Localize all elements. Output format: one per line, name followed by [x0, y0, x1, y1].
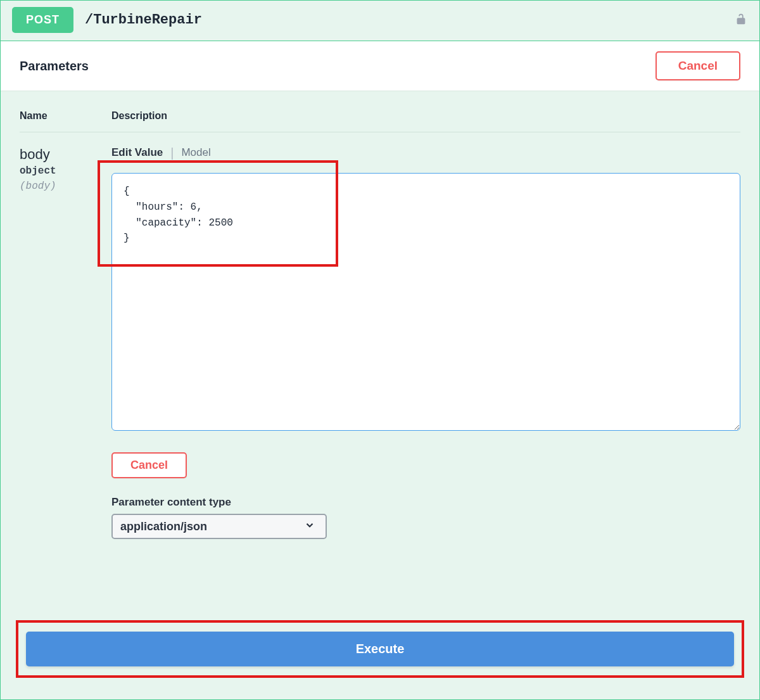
body-editor-wrapper — [111, 173, 740, 433]
col-header-description: Description — [111, 110, 167, 122]
columns-header: Name Description — [20, 110, 740, 132]
operation-header[interactable]: POST /TurbineRepair — [1, 1, 759, 41]
unlock-icon[interactable] — [734, 11, 748, 29]
http-method-badge: POST — [12, 7, 73, 33]
tab-separator: | — [170, 146, 174, 159]
parameters-title: Parameters — [20, 59, 656, 73]
cancel-body-button[interactable]: Cancel — [111, 452, 187, 478]
body-textarea[interactable] — [111, 173, 740, 431]
parameter-type: object — [20, 165, 111, 177]
endpoint-path: /TurbineRepair — [85, 12, 202, 28]
parameter-in: (body) — [20, 181, 111, 192]
col-header-name: Name — [20, 110, 111, 122]
annotation-highlight-execute: Execute — [16, 620, 744, 678]
parameters-bar: Parameters Cancel — [1, 41, 759, 91]
parameter-row: body object (body) Edit Value | Model Ca… — [20, 132, 740, 539]
content-type-select-wrap: application/json — [111, 514, 327, 539]
operation-panel: POST /TurbineRepair Parameters Cancel Na… — [0, 0, 760, 700]
value-tabs: Edit Value | Model — [111, 146, 740, 159]
parameter-name: body — [20, 146, 111, 163]
parameter-name-cell: body object (body) — [20, 146, 111, 539]
content-type-label: Parameter content type — [111, 496, 740, 509]
execute-button[interactable]: Execute — [26, 632, 734, 666]
tab-model[interactable]: Model — [181, 146, 210, 159]
tab-edit-value[interactable]: Edit Value — [111, 146, 163, 159]
cancel-button[interactable]: Cancel — [656, 51, 740, 80]
content-type-select[interactable]: application/json — [111, 514, 327, 539]
parameters-body: Name Description body object (body) Edit… — [1, 91, 759, 552]
parameter-description-cell: Edit Value | Model Cancel Parameter cont… — [111, 146, 740, 539]
